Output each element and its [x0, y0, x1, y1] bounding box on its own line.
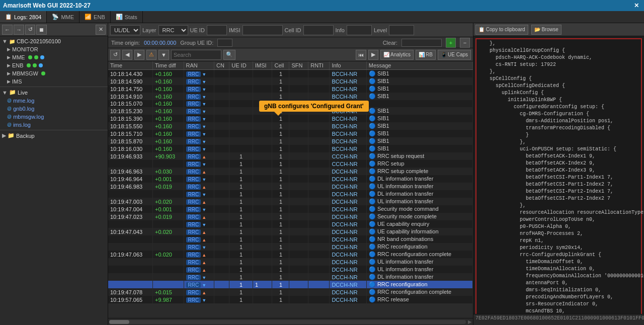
bottom-scrollbar[interactable]: ▶ [108, 318, 473, 325]
table-row[interactable]: 10:18:15.870+0.160RRC▼1BCCH-NR🔵 SIB1 [108, 137, 473, 145]
table-row[interactable]: 10:19:47.043+0.020RRC▲11DCCH-NR🔵 UE capa… [108, 228, 473, 235]
table-row[interactable]: 10:19:47.063+0.020RRC▲11DCCH-NR🔵 RRC rec… [108, 251, 473, 258]
cell-timediff [153, 266, 184, 273]
table-row[interactable]: 10:18:15.550+0.160RRC▼1BCCH-NR🔵 SIB1 [108, 122, 473, 130]
close-panel-button[interactable]: ✕ [96, 25, 106, 35]
sidebar-item-ims[interactable]: ▶ IMS [0, 77, 108, 86]
sidebar-item-gnb-log[interactable]: @ gnb0.log [0, 105, 108, 113]
table-row[interactable]: 10:18:15.390+0.160RRC▼1BCCH-NR🔵 SIB1 [108, 115, 473, 122]
log-refresh-button[interactable]: ↺ [110, 50, 120, 60]
cell-time [108, 190, 153, 198]
table-row[interactable]: RRC▲11DCCH-NR🔵 UL information transfer [108, 266, 473, 273]
col-time[interactable]: Time [108, 61, 153, 70]
minus-button[interactable]: − [460, 38, 470, 48]
col-message[interactable]: Message [366, 61, 472, 70]
layer-select[interactable]: RRCNASPDCP [158, 25, 188, 35]
horizontal-scrollbar[interactable] [109, 320, 466, 324]
table-row[interactable]: 10:19:46.983+0.019RRC▲11DCCH-NR🔵 UL info… [108, 183, 473, 190]
sidebar-item-ims-log[interactable]: @ ims.log [0, 121, 108, 129]
mbmsgw-icon: ▶ [7, 71, 11, 76]
cell-id-input[interactable] [303, 25, 334, 35]
table-row[interactable]: 10:19:47.078+0.015RRC▲11DCCH-NR🔵 RRC rec… [108, 288, 473, 296]
table-row[interactable]: RRC▼11DCCH-NR🔵 DL information transfer [108, 190, 473, 198]
table-row[interactable]: 10:18:14.750+0.160RRC▼1BCCH-NR🔵 SIB1 [108, 85, 473, 93]
cell-message [366, 100, 472, 107]
table-row[interactable]: 10:19:47.003+0.020RRC▲11DCCH-NR🔵 UL info… [108, 198, 473, 205]
copy-clipboard-button[interactable]: 📋 Copy to clipboard [475, 25, 528, 35]
tab-logs[interactable]: 📋 Logs: 2804 [0, 11, 47, 23]
col-sfn[interactable]: SFN [289, 61, 308, 70]
ue-id-input[interactable] [207, 25, 227, 35]
table-row[interactable]: RRC▲11DCCH-NR🔵 NR band combinations [108, 235, 473, 243]
refresh-button[interactable]: ↺ [25, 25, 35, 35]
table-row[interactable]: 10:18:14.910+0.160RRC▼1BCCH-NR🔵 SIB1 [108, 93, 473, 100]
group-ue-input[interactable] [217, 39, 232, 47]
sidebar-item-mbmsgw[interactable]: ▶ MBMSGW [0, 69, 108, 77]
play-button[interactable]: ▶ [368, 50, 378, 60]
col-ueid[interactable]: UE ID [229, 61, 253, 70]
stop-button[interactable]: ⏹ [36, 25, 47, 35]
table-row[interactable]: 10:18:14.590+0.160RRC▼1BCCH-NR🔵 SIB1 [108, 77, 473, 85]
table-row[interactable]: RRC▼111DCCH-NR🔵 RRC reconfiguration [108, 281, 473, 288]
table-row[interactable]: 10:18:16.030+0.160RRC▼1BCCH-NR🔵 SIB1 [108, 145, 473, 152]
table-row[interactable]: 10:19:46.963+0.030RRC▲11DCCH-NR🔵 RRC set… [108, 168, 473, 175]
analytics-button[interactable]: 📈Analytics [380, 50, 414, 60]
search-input[interactable] [171, 50, 221, 60]
col-cell[interactable]: Cell [272, 61, 289, 70]
sidebar-item-mme[interactable]: ▶ MME [0, 53, 108, 61]
direction-select[interactable]: UL/DLULDL [110, 25, 140, 35]
ue-caps-button[interactable]: 📱UE Caps [438, 50, 471, 60]
log-warn-button[interactable]: ⚠ [146, 50, 156, 60]
clear-input[interactable] [401, 39, 442, 47]
imsi-input[interactable] [243, 25, 283, 35]
level-input[interactable] [389, 25, 414, 35]
sidebar-item-backup[interactable]: ▶ 📁 Backup [0, 131, 108, 140]
table-row[interactable]: 10:19:57.065+9.987RRC▼11DCCH-NR🔵 RRC rel… [108, 296, 473, 303]
table-row[interactable]: 10:19:46.964+0.001RRC▼11DCCH-NR🔵 DL info… [108, 175, 473, 183]
col-info[interactable]: Info [330, 61, 366, 70]
sidebar-item-cbc[interactable]: ▼ 📁 CBC-2021050100 [0, 37, 108, 45]
rewind-button[interactable]: ⏮ [356, 50, 366, 60]
search-button[interactable]: 🔍 [223, 50, 235, 60]
table-row[interactable]: RRC▼11DCCH-NR🔵 RRC reconfiguration [108, 243, 473, 251]
col-imsi[interactable]: IMSI [253, 61, 272, 70]
col-cn[interactable]: CN [214, 61, 229, 70]
table-row[interactable]: 10:18:15.710+0.160RRC▼1BCCH-NR🔵 SIB1 [108, 130, 473, 137]
table-row[interactable]: RRC▼11DCCH-NR🔵 DL information transfer [108, 273, 473, 281]
scroll-arrow[interactable]: ▶ [468, 319, 472, 324]
table-row[interactable]: RRC▲11DCCH-NR🔵 UL information transfer [108, 258, 473, 266]
sidebar-item-enb[interactable]: ▶ ENB [0, 61, 108, 69]
log-next-button[interactable]: ▶ [134, 50, 144, 60]
cell-ueid [229, 145, 253, 152]
tab-stats[interactable]: 📊 Stats [111, 11, 143, 23]
sidebar-item-mme-log[interactable]: @ mme.log [0, 97, 108, 105]
nav-forward-button[interactable]: → [14, 25, 24, 35]
table-row[interactable]: 10:18:14.430+0.160RRC▼1BCCH-NR🔵 SIB1 [108, 70, 473, 78]
info-input[interactable] [347, 25, 372, 35]
tab-logs-label: Logs: 2804 [14, 14, 41, 20]
sidebar-item-mbmsgw-log[interactable]: @ mbmsgw.log [0, 113, 108, 121]
table-row[interactable]: RRC▼11DCCH-NR🔵 UE capability enquiry [108, 220, 473, 228]
nav-back-button[interactable]: ← [2, 25, 13, 35]
cell-sfn [289, 85, 308, 93]
tab-enb[interactable]: 📶 ENB [79, 11, 111, 23]
table-row[interactable]: RRC▼11CCCH-NR🔵 RRC setup [108, 160, 473, 168]
close-button[interactable]: ✕ [632, 2, 641, 9]
log-table[interactable]: gNB configures 'Configured Grant' Time T… [108, 61, 473, 318]
table-row[interactable]: 10:19:47.004+0.001RRC▼11DCCH-NR🔵 Securit… [108, 205, 473, 213]
sidebar-item-monitor[interactable]: ▶ MONITOR [0, 45, 108, 53]
cell-info: DCCH-NR [330, 190, 366, 198]
col-rnti[interactable]: RNTI [308, 61, 330, 70]
tab-mme[interactable]: 📡 MME [47, 11, 79, 23]
log-prev-button[interactable]: ◀ [122, 50, 132, 60]
table-row[interactable]: 10:19:47.023+0.019RRC▲11DCCH-NR🔵 Securit… [108, 213, 473, 220]
col-timediff[interactable]: Time diff [153, 61, 184, 70]
sidebar-item-live[interactable]: ▼ 📁 Live [0, 88, 108, 97]
col-ran[interactable]: RAN [184, 61, 214, 70]
table-row[interactable]: 10:19:46.933+90.903RRC▲11CCCH-NR🔵 RRC se… [108, 152, 473, 160]
add-button[interactable]: + [446, 38, 456, 48]
scrollbar-thumb[interactable] [109, 320, 129, 324]
log-filter-button[interactable]: ▼ [158, 50, 169, 60]
rb-button[interactable]: 📊RB [416, 50, 436, 60]
browse-button[interactable]: 📂 Browse [531, 25, 561, 35]
